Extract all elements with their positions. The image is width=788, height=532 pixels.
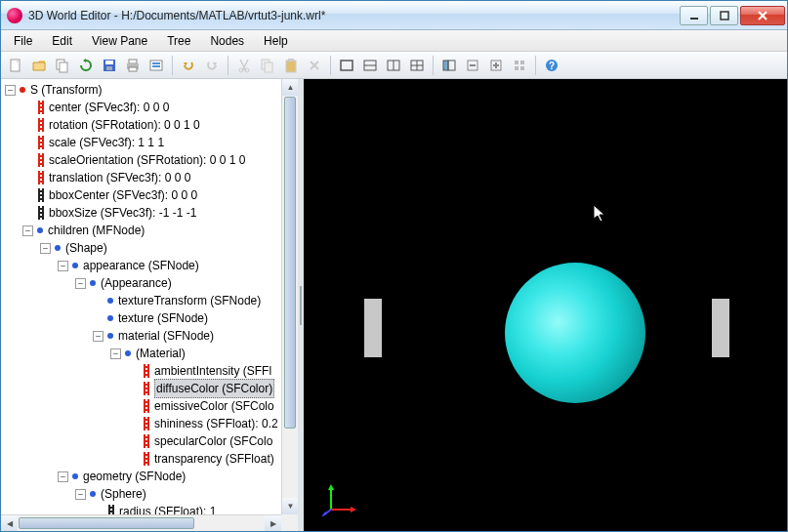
horizontal-scrollbar[interactable]: ◀▶ bbox=[1, 514, 281, 531]
scroll-thumb[interactable] bbox=[284, 97, 296, 429]
tree-field-center[interactable]: center (SFVec3f): 0 0 0 bbox=[5, 99, 298, 116]
tree-field-appearance[interactable]: appearance (SFNode) bbox=[5, 257, 298, 274]
tree-field-geometry[interactable]: geometry (SFNode) bbox=[5, 468, 298, 485]
open-button[interactable] bbox=[28, 55, 50, 76]
paste-button[interactable] bbox=[280, 55, 302, 76]
tree-field-material[interactable]: material (SFNode) bbox=[5, 327, 298, 345]
node-icon bbox=[72, 263, 78, 268]
field-icon bbox=[142, 434, 151, 448]
delete-button[interactable] bbox=[304, 55, 325, 76]
menu-nodes[interactable]: Nodes bbox=[201, 32, 253, 50]
redo-button[interactable] bbox=[201, 55, 223, 76]
grid-button[interactable] bbox=[509, 55, 530, 76]
help-button[interactable]: ? bbox=[541, 55, 562, 76]
svg-rect-12 bbox=[152, 62, 160, 64]
svg-text:?: ? bbox=[549, 61, 555, 71]
collapse-icon[interactable] bbox=[22, 225, 33, 236]
preview-button[interactable] bbox=[145, 55, 167, 76]
vertical-scrollbar[interactable]: ▲▼ bbox=[281, 79, 298, 514]
collapse-icon[interactable] bbox=[58, 261, 68, 271]
scroll-down-icon[interactable]: ▼ bbox=[282, 498, 298, 514]
tree-field-texture[interactable]: texture (SFNode) bbox=[5, 309, 298, 327]
print-button[interactable] bbox=[122, 55, 144, 76]
menu-edit[interactable]: Edit bbox=[43, 32, 81, 50]
svg-rect-38 bbox=[520, 66, 524, 70]
window-controls bbox=[680, 6, 785, 25]
toolbar-separator bbox=[228, 56, 228, 75]
toggle-tree-button[interactable] bbox=[438, 55, 460, 76]
layout-vsplit-button[interactable] bbox=[383, 55, 404, 76]
tree-field-bboxsize[interactable]: bboxSize (SFVec3f): -1 -1 -1 bbox=[5, 204, 298, 222]
tree-field-children[interactable]: children (MFNode) bbox=[5, 222, 298, 239]
menu-viewpane[interactable]: View Pane bbox=[83, 32, 156, 50]
refresh-button[interactable] bbox=[75, 55, 97, 76]
svg-rect-18 bbox=[286, 61, 296, 72]
svg-rect-10 bbox=[129, 67, 137, 71]
tree-node-appearance[interactable]: (Appearance) bbox=[5, 274, 298, 292]
collapse-icon[interactable] bbox=[110, 348, 121, 359]
tree-scroll[interactable]: S (Transform) center (SFVec3f): 0 0 0 ro… bbox=[1, 79, 298, 531]
toolbar-separator bbox=[535, 56, 536, 75]
copy-button[interactable] bbox=[52, 55, 73, 76]
collapse-icon[interactable] bbox=[75, 278, 86, 289]
tree-node-material[interactable]: (Material) bbox=[5, 345, 298, 362]
field-icon bbox=[142, 382, 151, 395]
save-button[interactable] bbox=[99, 55, 120, 76]
tree-field-rotation[interactable]: rotation (SFRotation): 0 0 1 0 bbox=[5, 116, 298, 134]
svg-rect-8 bbox=[129, 60, 137, 63]
zoom-out-button[interactable] bbox=[462, 55, 483, 76]
window-title: 3D World Editor - H:/Documents/MATLAB/vr… bbox=[28, 9, 680, 22]
svg-rect-35 bbox=[515, 61, 518, 64]
layout-single-button[interactable] bbox=[336, 55, 357, 76]
layout-quad-button[interactable] bbox=[406, 55, 428, 76]
scroll-right-icon[interactable]: ▶ bbox=[265, 515, 281, 531]
close-button[interactable] bbox=[740, 6, 785, 25]
new-button[interactable] bbox=[5, 55, 26, 76]
node-icon bbox=[20, 87, 25, 93]
tree-field-emissivecolor[interactable]: emissiveColor (SFColo bbox=[5, 397, 298, 415]
node-icon bbox=[107, 315, 113, 321]
copy2-button[interactable] bbox=[257, 55, 278, 76]
tree-node-shape[interactable]: (Shape) bbox=[5, 239, 298, 257]
menu-tree[interactable]: Tree bbox=[158, 32, 199, 50]
scroll-thumb[interactable] bbox=[19, 517, 194, 529]
tree-field-bboxcenter[interactable]: bboxCenter (SFVec3f): 0 0 0 bbox=[5, 186, 298, 204]
tree-field-translation[interactable]: translation (SFVec3f): 0 0 0 bbox=[5, 169, 298, 186]
minimize-button[interactable] bbox=[680, 6, 708, 25]
menu-file[interactable]: File bbox=[5, 32, 41, 50]
field-icon bbox=[36, 188, 46, 202]
collapse-icon[interactable] bbox=[93, 331, 104, 342]
node-icon bbox=[125, 350, 131, 356]
collapse-icon[interactable] bbox=[75, 489, 86, 500]
tree-field-texturetransform[interactable]: textureTransform (SFNode) bbox=[5, 292, 298, 309]
menu-help[interactable]: Help bbox=[255, 32, 297, 50]
undo-button[interactable] bbox=[178, 55, 199, 76]
content-area: S (Transform) center (SFVec3f): 0 0 0 ro… bbox=[1, 79, 787, 531]
tree-field-ambientintensity[interactable]: ambientIntensity (SFFl bbox=[5, 362, 298, 380]
tree-field-shininess[interactable]: shininess (SFFloat): 0.2 bbox=[5, 415, 298, 432]
collapse-icon[interactable] bbox=[5, 85, 16, 96]
svg-rect-13 bbox=[152, 65, 160, 67]
3d-viewport[interactable] bbox=[304, 79, 787, 531]
block-left bbox=[364, 299, 382, 357]
collapse-icon[interactable] bbox=[58, 471, 68, 482]
tree-field-scale[interactable]: scale (SFVec3f): 1 1 1 bbox=[5, 134, 298, 151]
scroll-up-icon[interactable]: ▲ bbox=[282, 79, 298, 96]
zoom-in-button[interactable] bbox=[485, 55, 507, 76]
tree-field-transparency[interactable]: transparency (SFFloat) bbox=[5, 450, 298, 468]
maximize-button[interactable] bbox=[710, 6, 738, 25]
cut-button[interactable] bbox=[233, 55, 255, 76]
tree-field-diffusecolor[interactable]: diffuseColor (SFColor) bbox=[5, 380, 298, 397]
tree-field-scaleorientation[interactable]: scaleOrientation (SFRotation): 0 0 1 0 bbox=[5, 151, 298, 169]
menubar: File Edit View Pane Tree Nodes Help bbox=[1, 30, 787, 52]
tree-field-specularcolor[interactable]: specularColor (SFColo bbox=[5, 432, 298, 450]
tree-node-sphere[interactable]: (Sphere) bbox=[5, 485, 298, 503]
svg-rect-37 bbox=[515, 66, 518, 70]
scroll-corner bbox=[281, 514, 298, 531]
app-icon bbox=[7, 8, 22, 23]
scroll-left-icon[interactable]: ◀ bbox=[1, 515, 18, 531]
layout-hsplit-button[interactable] bbox=[359, 55, 381, 76]
collapse-icon[interactable] bbox=[40, 243, 51, 254]
tree-node-transform[interactable]: S (Transform) bbox=[5, 81, 298, 99]
svg-rect-20 bbox=[341, 61, 353, 70]
